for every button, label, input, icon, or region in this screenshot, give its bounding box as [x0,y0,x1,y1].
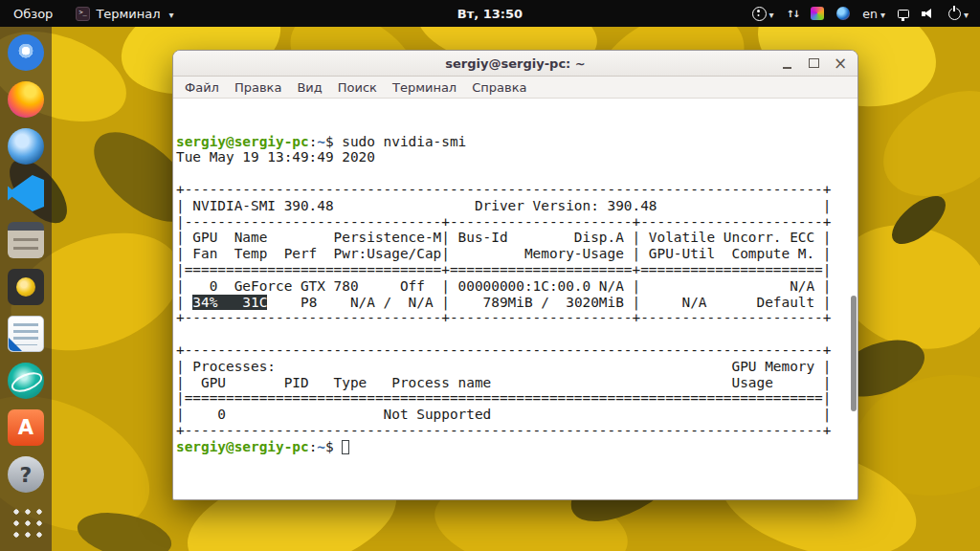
terminal-line: +---------------------------------------… [176,182,850,198]
chevron-down-icon [961,7,969,21]
menu-search[interactable]: Поиск [330,78,385,97]
libreoffice-writer-icon [8,316,44,352]
a-app-icon [8,409,44,446]
show-applications-icon [10,505,42,538]
terminal-line [176,165,850,182]
camera-app-icon [8,269,44,305]
terminal-line: |===============================+=======… [176,262,850,278]
app-menu[interactable]: Терминал [66,0,183,27]
ethernet-icon[interactable] [898,10,909,18]
terminal-window: sergiy@sergiy-pc: ~ Файл Правка Вид Поис… [172,50,858,500]
terminal-line: sergiy@sergiy-pc:~$ [176,439,850,455]
menu-terminal[interactable]: Терминал [385,78,464,97]
language-indicator[interactable]: en [862,7,885,21]
window-title: sergiy@sergiy-pc: ~ [173,56,858,71]
terminal-line: | GPU PID Type Process name Usage | [176,375,850,391]
activities-button[interactable]: Обзор [0,0,66,27]
terminal-cursor [342,440,349,454]
terminal-line: | 0 GeForce GTX 780 Off | 00000000:1C:00… [176,278,850,295]
dock-item-a-app[interactable] [4,408,48,448]
close-button[interactable] [831,55,850,73]
accessibility-menu[interactable] [752,7,774,21]
accessibility-icon [752,7,767,21]
maximize-button[interactable] [804,55,823,73]
terminal-line: |=======================================… [176,390,850,407]
terminal-line: | Processes: GPU Memory | [176,359,850,375]
firefox-icon [8,81,44,118]
terminal-line: | 0 Not Supported | [176,407,850,423]
chevron-down-icon [167,7,174,21]
terminal-line: +---------------------------------------… [176,342,850,359]
dock-item-vscode[interactable] [4,173,48,213]
input-method-icon[interactable] [811,7,824,20]
power-menu[interactable] [948,7,969,21]
terminal-line: | 34% 31C P8 N/A / N/A | 789MiB / 3020Mi… [176,295,850,311]
dock-item-chromium[interactable] [4,33,48,73]
terminal-line: |-------------------------------+-------… [176,214,850,231]
dock-item-thunderbird[interactable] [4,126,48,166]
terminal-line: Tue May 19 13:49:49 2020 [176,149,850,165]
app-menu-label: Терминал [96,7,160,21]
file-cabinet-icon [8,222,44,258]
dock-item-science[interactable] [4,361,48,401]
vscode-icon [8,175,44,211]
terminal-line: | NVIDIA-SMI 390.48 Driver Version: 390.… [176,198,850,214]
volume-icon[interactable] [922,8,936,20]
titlebar[interactable]: sergiy@sergiy-pc: ~ [173,51,858,77]
terminal-line: | Fan Temp Perf Pwr:Usage/Cap| Memory-Us… [176,246,850,262]
window-controls [777,55,858,73]
show-applications-button[interactable] [4,501,48,541]
dock-item-firefox[interactable] [4,79,48,120]
menu-view[interactable]: Вид [289,78,329,97]
terminal-app-icon [76,7,90,21]
top-bar: Обзор Терминал Вт, 13:50 ↑↓ en [0,0,980,27]
terminal-line [176,326,850,342]
desktop: Обзор Терминал Вт, 13:50 ↑↓ en [0,0,980,551]
minimize-button[interactable] [777,55,796,73]
dock-item-help[interactable] [4,454,48,495]
dock-item-files[interactable] [4,220,48,260]
chevron-down-icon [878,7,885,21]
topbar-left: Обзор Терминал [0,0,184,27]
extension-icon[interactable] [836,7,850,20]
power-icon [948,8,961,20]
chevron-down-icon [767,7,774,21]
scrollbar-thumb[interactable] [851,296,857,411]
terminal-line: +-------------------------------+-------… [176,310,850,326]
language-label: en [862,7,878,21]
terminal-line: sergiy@sergiy-pc:~$ sudo nvidia-smi [176,134,850,150]
dock-item-writer[interactable] [4,314,48,354]
terminal-output[interactable]: sergiy@sergiy-pc:~$ sudo nvidia-smiTue M… [173,99,858,498]
menu-file[interactable]: Файл [177,78,227,97]
dock [0,27,52,551]
dock-item-camera[interactable] [4,267,48,307]
menu-help[interactable]: Справка [464,78,534,97]
updown-arrows-icon[interactable]: ↑↓ [787,9,799,19]
thunderbird-icon [8,128,44,165]
chromium-icon [8,34,44,71]
terminal-line: +---------------------------------------… [176,423,850,439]
help-icon [8,456,44,493]
terminal-line: | GPU Name Persistence-M| Bus-Id Disp.A … [176,230,850,246]
terminal-lines: sergiy@sergiy-pc:~$ sudo nvidia-smiTue M… [176,134,850,455]
atom-icon [8,363,44,399]
menu-bar: Файл Правка Вид Поиск Терминал Справка [173,77,858,99]
topbar-status-area: ↑↓ en [752,0,980,27]
menu-edit[interactable]: Правка [227,78,289,97]
